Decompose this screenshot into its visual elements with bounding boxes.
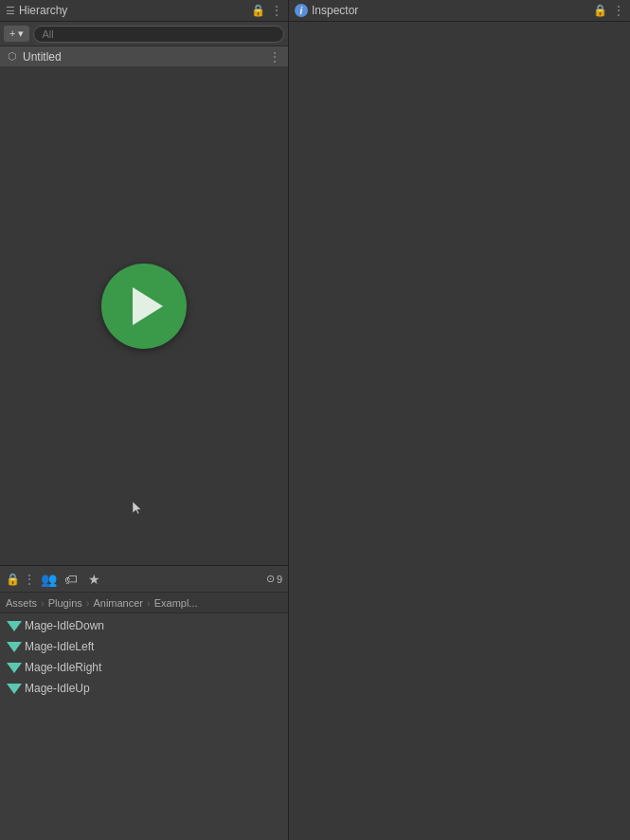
project-item-mage-idleup[interactable]: Mage-IdleUp [0, 678, 288, 699]
inspector-header-controls: 🔒 ⋮ [593, 4, 624, 17]
project-more-icon[interactable]: ⋮ [24, 573, 35, 586]
sep2: › [86, 597, 90, 609]
project-item-label-4: Mage-IdleUp [25, 682, 90, 695]
hierarchy-header: ☰ Hierarchy 🔒 ⋮ [0, 0, 288, 22]
project-item-mage-idledown[interactable]: Mage-IdleDown [0, 615, 288, 636]
main-layout: ☰ Hierarchy 🔒 ⋮ + ▾ ⬡ [0, 0, 630, 840]
add-button[interactable]: + ▾ [4, 26, 29, 42]
filter-icon: ⊙ [266, 573, 275, 585]
project-item-label-3: Mage-IdleRight [25, 661, 101, 674]
project-tag-icon[interactable]: 🏷 [62, 570, 81, 589]
hierarchy-title: Hierarchy [19, 4, 247, 17]
anim-triangle-icon-2 [7, 642, 22, 652]
scene-icon: ⬡ [8, 50, 17, 63]
hierarchy-more-icon[interactable]: ⋮ [271, 4, 282, 17]
project-item-label-2: Mage-IdleLeft [25, 640, 94, 653]
project-section: 🔒 ⋮ 👥 🏷 ★ ⊙ 9 Assets › Plugins › Animanc… [0, 565, 288, 840]
project-people-icon[interactable]: 👥 [39, 570, 58, 589]
hierarchy-content: ⬡ Untitled ⋮ [0, 46, 288, 565]
anim-icon-1 [8, 619, 21, 632]
project-toolbar: 🔒 ⋮ 👥 🏷 ★ ⊙ 9 [0, 566, 288, 593]
breadcrumb-assets[interactable]: Assets [6, 597, 37, 609]
play-overlay [0, 46, 288, 565]
add-button-label: + ▾ [9, 27, 24, 40]
inspector-more-icon[interactable]: ⋮ [613, 4, 624, 17]
project-filter-badge[interactable]: ⊙ 9 [266, 573, 282, 585]
hierarchy-toolbar: + ▾ [0, 22, 288, 46]
project-list: Mage-IdleDown Mage-IdleLeft Mage-IdleRig… [0, 613, 288, 840]
inspector-content [289, 22, 630, 840]
play-triangle-icon [133, 287, 163, 325]
right-panel: i Inspector 🔒 ⋮ [289, 0, 630, 840]
project-item-mage-idleleft[interactable]: Mage-IdleLeft [0, 636, 288, 657]
anim-icon-4 [8, 682, 21, 695]
inspector-title: Inspector [312, 4, 589, 17]
project-star-icon[interactable]: ★ [84, 570, 103, 589]
anim-triangle-icon-1 [7, 621, 22, 631]
anim-triangle-icon-4 [7, 684, 22, 694]
filter-count: 9 [277, 574, 282, 585]
untitled-label: Untitled [23, 50, 62, 64]
search-input[interactable] [42, 28, 276, 40]
hierarchy-section: ☰ Hierarchy 🔒 ⋮ + ▾ ⬡ [0, 0, 288, 565]
search-box[interactable] [33, 26, 284, 43]
breadcrumb: Assets › Plugins › Animancer › Exampl... [0, 593, 288, 613]
hierarchy-item-untitled[interactable]: ⬡ Untitled ⋮ [0, 46, 288, 67]
inspector-info-icon: i [295, 4, 308, 17]
anim-icon-2 [8, 640, 21, 653]
hierarchy-lock-icon[interactable]: 🔒 [251, 4, 265, 17]
sep1: › [41, 597, 45, 609]
breadcrumb-exampl[interactable]: Exampl... [154, 597, 198, 609]
project-item-label-1: Mage-IdleDown [25, 619, 104, 632]
play-button[interactable] [101, 264, 187, 349]
anim-icon-3 [8, 661, 21, 674]
sep3: › [147, 597, 151, 609]
untitled-more-icon[interactable]: ⋮ [269, 50, 280, 64]
anim-triangle-icon-3 [7, 663, 22, 673]
breadcrumb-plugins[interactable]: Plugins [48, 597, 82, 609]
inspector-lock-icon[interactable]: 🔒 [593, 4, 607, 17]
svg-marker-0 [133, 502, 141, 514]
project-lock-icon[interactable]: 🔒 [6, 573, 20, 586]
hierarchy-icon: ☰ [6, 5, 15, 17]
cursor [133, 502, 142, 515]
breadcrumb-animancer[interactable]: Animancer [93, 597, 143, 609]
project-item-mage-idleright[interactable]: Mage-IdleRight [0, 657, 288, 678]
inspector-header: i Inspector 🔒 ⋮ [289, 0, 630, 22]
hierarchy-header-controls: 🔒 ⋮ [251, 4, 282, 17]
left-panel: ☰ Hierarchy 🔒 ⋮ + ▾ ⬡ [0, 0, 289, 840]
